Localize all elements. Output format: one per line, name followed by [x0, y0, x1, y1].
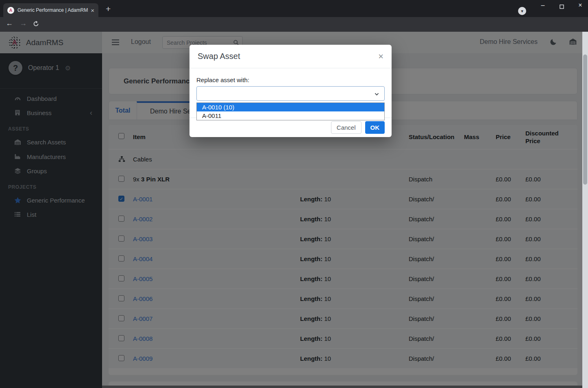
browser-toolbar: ← → Not secure admin.test /project/?id=1…	[0, 17, 588, 32]
browser-tab[interactable]: A Generic Performance | AdamRMS ×	[3, 3, 98, 17]
asset-select[interactable]	[196, 86, 385, 101]
select-option[interactable]: A-0011	[197, 111, 384, 120]
modal-title: Swap Asset	[198, 52, 240, 61]
back-icon[interactable]: ←	[6, 19, 13, 28]
ok-button[interactable]: OK	[365, 121, 385, 134]
page-viewport: A AdamRMS ? Operator 1 ⚙ Dashboard Busin…	[0, 32, 588, 388]
modal-footer: Cancel OK	[189, 118, 392, 137]
select-dropdown-list: A-0010 (10)A-0011	[196, 102, 385, 120]
browser-window: A Generic Performance | AdamRMS × + ▾ – …	[0, 0, 588, 388]
chevron-down-icon	[374, 91, 379, 98]
tab-close-icon[interactable]: ×	[91, 7, 94, 14]
minimize-button[interactable]: –	[537, 2, 549, 9]
adamrms-favicon-icon: A	[7, 7, 14, 14]
select-option[interactable]: A-0010 (10)	[197, 103, 384, 111]
forward-icon[interactable]: →	[20, 19, 27, 28]
replace-asset-label: Replace asset with:	[196, 76, 385, 83]
browser-tabstrip: A Generic Performance | AdamRMS × + ▾ – …	[0, 0, 588, 17]
modal-body: Replace asset with:	[189, 68, 392, 101]
maximize-button[interactable]	[555, 3, 568, 11]
browser-tab-title: Generic Performance | AdamRMS	[17, 7, 88, 13]
browser-update-icon[interactable]: ▾	[518, 7, 526, 15]
modal-close-icon[interactable]: ×	[378, 52, 383, 61]
scrollbar-thumb[interactable]	[583, 54, 587, 185]
modal-header: Swap Asset ×	[189, 45, 392, 68]
new-tab-button[interactable]: +	[106, 4, 111, 14]
reload-icon[interactable]	[33, 20, 39, 29]
close-window-button[interactable]: ×	[574, 2, 586, 9]
page-scrollbar[interactable]	[582, 32, 588, 388]
cancel-button[interactable]: Cancel	[331, 121, 362, 134]
swap-asset-modal: Swap Asset × Replace asset with: Cancel …	[189, 45, 392, 137]
